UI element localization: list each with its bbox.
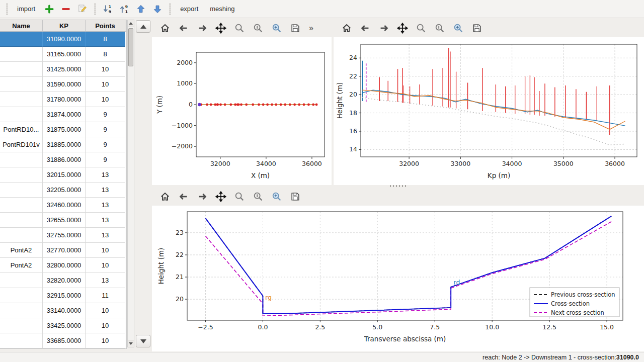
toolbar-save-button[interactable] [289, 191, 301, 203]
name-cell[interactable]: PontA2 [0, 258, 43, 273]
name-cell[interactable] [0, 228, 43, 243]
name-cell[interactable] [0, 198, 43, 213]
name-cell[interactable] [0, 32, 43, 47]
column-header-kp[interactable]: KP [43, 20, 86, 31]
points-cell[interactable]: 9 [86, 137, 125, 152]
points-cell[interactable]: 10 [86, 303, 125, 318]
name-cell[interactable] [0, 213, 43, 228]
toolbar-home-button[interactable] [159, 191, 171, 203]
remove-section-button[interactable] [59, 2, 73, 16]
scrollbar-down-arrow[interactable] [128, 340, 134, 347]
add-section-button[interactable] [42, 2, 56, 16]
points-cell[interactable]: 8 [86, 32, 125, 47]
kp-cell[interactable]: 33425.0000 [43, 318, 86, 333]
toolbar-pan-button[interactable] [215, 22, 227, 34]
table-row[interactable]: 33140.000010 [0, 303, 126, 318]
points-cell[interactable]: 10 [86, 333, 125, 348]
points-cell[interactable]: 10 [86, 77, 125, 92]
table-row[interactable]: PontA232770.000010 [0, 243, 126, 258]
toolbar-save-button[interactable] [471, 22, 483, 34]
toolbar-subplots-button[interactable] [434, 22, 446, 34]
kp-cell[interactable]: 31590.0000 [43, 77, 86, 92]
cross-section-chart[interactable]: −2.50.02.55.07.510.012.515.020212223Tran… [152, 206, 644, 351]
kp-cell[interactable]: 32460.0000 [43, 198, 86, 213]
scrollbar-thumb[interactable] [128, 28, 133, 66]
kp-cell[interactable]: 32915.0000 [43, 288, 86, 303]
meshing-menu-button[interactable]: meshing [205, 3, 239, 15]
previous-section-button[interactable] [136, 20, 150, 33]
name-cell[interactable] [0, 62, 43, 77]
name-cell[interactable] [0, 333, 43, 348]
table-row[interactable]: 31090.00008 [0, 32, 126, 47]
table-row[interactable]: PontRD101v31885.00009 [0, 137, 126, 152]
name-cell[interactable] [0, 77, 43, 92]
points-cell[interactable]: 13 [86, 228, 125, 243]
toolbar-home-button[interactable] [341, 22, 353, 34]
points-cell[interactable]: 10 [86, 318, 125, 333]
table-row[interactable]: PontA232800.000010 [0, 258, 126, 273]
toolbar-back-button[interactable] [178, 22, 190, 34]
table-row[interactable]: 32460.000013 [0, 198, 126, 213]
points-cell[interactable]: 10 [86, 62, 125, 77]
move-up-button[interactable] [134, 2, 148, 16]
kp-cell[interactable]: 33140.0000 [43, 303, 86, 318]
move-down-button[interactable] [150, 2, 165, 16]
table-row[interactable]: 33425.000010 [0, 318, 126, 333]
name-cell[interactable] [0, 303, 43, 318]
points-cell[interactable]: 13 [86, 183, 125, 198]
scrollbar-up-arrow[interactable] [128, 20, 134, 27]
toolbar-back-button[interactable] [359, 22, 371, 34]
kp-cell[interactable]: 32755.0000 [43, 228, 86, 243]
table-row[interactable]: 32205.000013 [0, 183, 126, 198]
points-cell[interactable]: 13 [86, 213, 125, 228]
name-cell[interactable] [0, 167, 43, 183]
table-row[interactable]: 31425.000010 [0, 62, 126, 77]
next-section-button[interactable] [136, 335, 150, 347]
toolbar-subplots-button[interactable] [252, 191, 264, 203]
toolbar-zoom-button[interactable] [233, 22, 246, 34]
table-row[interactable]: PontRD10...31875.00009 [0, 122, 126, 137]
toolbar-forward-button[interactable] [378, 22, 390, 34]
table-row[interactable]: 31874.00009 [0, 107, 126, 122]
sort-descending-button[interactable]: 9 1 [117, 2, 131, 16]
toolbar-subplots-button[interactable] [252, 22, 264, 34]
kp-cell[interactable]: 31165.0000 [43, 47, 86, 62]
kp-cell[interactable]: 32820.0000 [43, 273, 86, 288]
table-row[interactable]: 32820.000013 [0, 273, 126, 288]
points-cell[interactable]: 9 [86, 122, 125, 137]
kp-cell[interactable]: 31886.0000 [43, 152, 86, 167]
table-row[interactable]: 31590.000010 [0, 77, 126, 92]
table-row[interactable]: 32655.000013 [0, 213, 126, 228]
sort-ascending-button[interactable]: 1 9 [101, 2, 115, 16]
table-row[interactable]: 31886.00009 [0, 152, 126, 167]
kp-cell[interactable]: 32770.0000 [43, 243, 86, 258]
toolbar-grip[interactable] [6, 4, 8, 15]
points-cell[interactable]: 10 [86, 258, 125, 273]
toolbar-save-button[interactable] [289, 22, 301, 34]
name-cell[interactable] [0, 273, 43, 288]
kp-cell[interactable]: 31875.0000 [43, 122, 86, 137]
name-cell[interactable] [0, 47, 43, 62]
points-cell[interactable]: 10 [86, 92, 125, 107]
table-row[interactable]: 31780.000010 [0, 92, 126, 107]
name-cell[interactable] [0, 152, 43, 167]
toolbar-customize-button[interactable] [271, 191, 283, 203]
toolbar-grip[interactable] [169, 4, 171, 15]
kp-cell[interactable]: 31874.0000 [43, 107, 86, 122]
toolbar-pan-button[interactable] [396, 22, 409, 34]
toolbar-grip[interactable] [94, 4, 96, 15]
points-cell[interactable]: 9 [86, 152, 125, 167]
name-cell[interactable] [0, 92, 43, 107]
table-row[interactable]: 33685.000010 [0, 333, 126, 348]
name-cell[interactable] [0, 288, 43, 303]
points-cell[interactable]: 13 [86, 198, 125, 213]
points-cell[interactable]: 13 [86, 273, 125, 288]
kp-cell[interactable]: 31780.0000 [43, 92, 86, 107]
edit-section-button[interactable] [75, 2, 90, 16]
toolbar-back-button[interactable] [178, 191, 190, 203]
toolbar-customize-button[interactable] [452, 22, 464, 34]
name-cell[interactable]: PontA2 [0, 243, 43, 258]
column-header-points[interactable]: Points [86, 20, 125, 31]
kp-cell[interactable]: 33685.0000 [43, 333, 86, 348]
kp-cell[interactable]: 31885.0000 [43, 137, 86, 152]
